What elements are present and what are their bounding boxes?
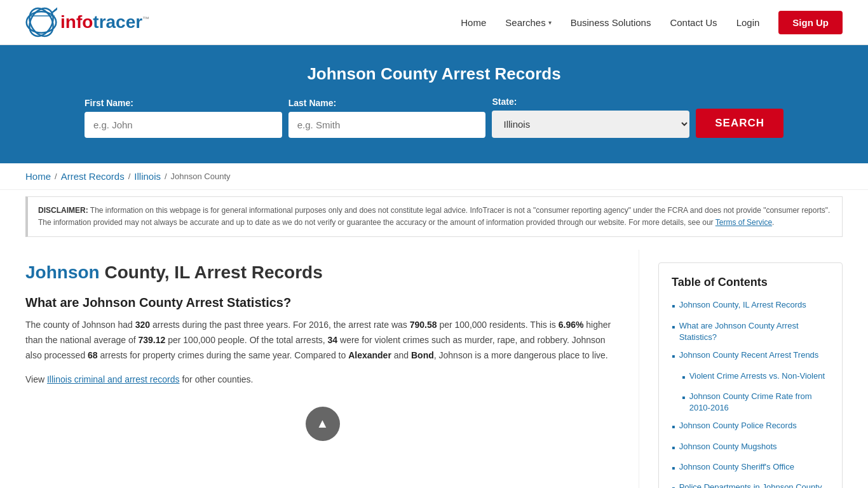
toc-item: ▪Police Departments in Johnson County (672, 482, 829, 488)
stats-text-2: arrests during the past three years. For… (150, 320, 410, 330)
last-name-input[interactable] (288, 112, 486, 138)
toc-link[interactable]: Violent Crime Arrests vs. Non-Violent (689, 370, 825, 382)
article-view-paragraph: View Illinois criminal and arrest record… (25, 372, 620, 388)
breadcrumb-sep-1: / (55, 172, 57, 181)
view-text-1: View (25, 374, 47, 384)
chevron-down-icon: ▾ (548, 19, 552, 26)
first-name-label: First Name: (85, 98, 133, 108)
stats-34: 34 (328, 335, 338, 345)
toc-link[interactable]: Johnson County Recent Arrest Trends (679, 349, 819, 361)
svg-point-0 (27, 11, 57, 32)
article-title: Johnson County, IL Arrest Records (25, 262, 620, 283)
toc-box: Table of Contents ▪Johnson County, IL Ar… (658, 262, 843, 488)
toc-heading: Table of Contents (672, 276, 829, 289)
stats-790: 790.58 (410, 320, 437, 330)
stats-text-8: and (391, 350, 411, 360)
search-form: First Name: Last Name: State: Illinois S… (85, 97, 783, 138)
disclaimer-text: The information on this webpage is for g… (38, 206, 830, 227)
disclaimer-tos-link[interactable]: Terms of Service (715, 218, 772, 227)
breadcrumb-arrest-records[interactable]: Arrest Records (61, 171, 125, 182)
stats-696: 6.96% (559, 320, 584, 330)
stats-bond: Bond (411, 350, 434, 360)
state-label: State: (492, 97, 517, 107)
stats-320: 320 (135, 320, 150, 330)
toc-bullet-icon: ▪ (672, 441, 675, 455)
arrow-up-icon: ▲ (316, 416, 329, 431)
article-title-highlight: Johnson (25, 262, 100, 282)
toc-link[interactable]: Police Departments in Johnson County (679, 482, 822, 488)
last-name-label: Last Name: (288, 98, 336, 108)
breadcrumb-illinois[interactable]: Illinois (134, 171, 161, 182)
toc-link[interactable]: Johnson County Police Records (679, 420, 797, 431)
nav-home[interactable]: Home (461, 17, 486, 28)
toc-bullet-icon: ▪ (682, 370, 686, 384)
logo[interactable]: infotracer™ (25, 6, 149, 38)
nav-signup[interactable]: Sign Up (778, 11, 843, 34)
stats-text-7: arrests for property crimes during the s… (98, 350, 349, 360)
toc-item: ▪Johnson County Police Records (672, 420, 829, 434)
nav-login[interactable]: Login (736, 17, 760, 28)
nav-business-solutions[interactable]: Business Solutions (571, 17, 651, 28)
article: Johnson County, IL Arrest Records What a… (25, 250, 639, 488)
logo-info: info (60, 12, 93, 32)
last-name-group: Last Name: (288, 98, 486, 138)
header: infotracer™ Home Searches ▾ Business Sol… (0, 0, 868, 45)
toc-bullet-icon: ▪ (672, 420, 675, 434)
disclaimer-box: DISCLAIMER: The information on this webp… (25, 196, 843, 237)
illinois-records-link[interactable]: Illinois criminal and arrest records (47, 374, 180, 384)
toc-bullet-icon: ▪ (672, 299, 675, 313)
stats-text-9: , Johnson is a more dangerous place to l… (434, 350, 608, 360)
breadcrumb-johnson-county: Johnson County (171, 172, 231, 181)
toc-item: ▪Johnson County Sheriff's Office (672, 461, 829, 475)
state-select[interactable]: Illinois (492, 111, 689, 138)
toc-item: ▪Violent Crime Arrests vs. Non-Violent (682, 370, 829, 384)
disclaimer-label: DISCLAIMER: (38, 206, 88, 215)
toc-link[interactable]: Johnson County, IL Arrest Records (679, 299, 806, 311)
logo-icon (25, 6, 57, 38)
toc-link[interactable]: What are Johnson County Arrest Statistic… (679, 320, 829, 343)
stats-alexander: Alexander (348, 350, 391, 360)
toc-link[interactable]: Johnson County Mugshots (679, 441, 777, 452)
page-title: Johnson County Arrest Records (25, 64, 843, 84)
stats-739: 739.12 (138, 335, 165, 345)
article-stats-paragraph: The county of Johnson had 320 arrests du… (25, 318, 620, 363)
toc-item: ▪Johnson County, IL Arrest Records (672, 299, 829, 313)
state-group: State: Illinois (492, 97, 689, 138)
article-title-rest: County, IL Arrest Records (100, 262, 323, 282)
toc-bullet-icon: ▪ (672, 482, 675, 488)
toc-item: ▪Johnson County Crime Rate from 2010-201… (682, 391, 829, 414)
first-name-input[interactable] (85, 112, 282, 138)
first-name-group: First Name: (85, 98, 282, 138)
toc-item: ▪Johnson County Mugshots (672, 441, 829, 455)
article-stats-heading: What are Johnson County Arrest Statistic… (25, 295, 620, 310)
svg-line-5 (55, 8, 57, 11)
stats-text-1: The county of Johnson had (25, 320, 135, 330)
main-content: Johnson County, IL Arrest Records What a… (25, 243, 843, 488)
breadcrumb: Home / Arrest Records / Illinois / Johns… (0, 163, 868, 190)
stats-text-3: per 100,000 residents. This is (437, 320, 559, 330)
toc-item: ▪Johnson County Recent Arrest Trends (672, 349, 829, 363)
breadcrumb-sep-2: / (128, 172, 131, 181)
toc-link[interactable]: Johnson County Sheriff's Office (679, 461, 794, 473)
main-nav: Home Searches ▾ Business Solutions Conta… (461, 11, 843, 34)
nav-contact-us[interactable]: Contact Us (670, 17, 717, 28)
logo-tm: ™ (142, 15, 149, 23)
toc-bullet-icon: ▪ (672, 320, 675, 334)
toc-item: ▪What are Johnson County Arrest Statisti… (672, 320, 829, 343)
logo-tracer: tracer (93, 12, 142, 32)
disclaimer-end: . (772, 218, 774, 227)
breadcrumb-sep-3: / (165, 172, 167, 181)
stats-68: 68 (88, 350, 98, 360)
search-button[interactable]: SEARCH (696, 109, 783, 138)
toc-bullet-icon: ▪ (672, 461, 675, 475)
view-text-2: for other counties. (180, 374, 254, 384)
hero-banner: Johnson County Arrest Records First Name… (0, 45, 868, 163)
toc-link[interactable]: Johnson County Crime Rate from 2010-2016 (689, 391, 829, 414)
nav-searches[interactable]: Searches ▾ (505, 17, 551, 28)
scroll-up-button[interactable]: ▲ (306, 407, 340, 441)
sidebar: Table of Contents ▪Johnson County, IL Ar… (639, 250, 843, 488)
nav-searches-link[interactable]: Searches (505, 17, 545, 28)
toc-list: ▪Johnson County, IL Arrest Records▪What … (672, 299, 829, 488)
breadcrumb-home[interactable]: Home (25, 171, 51, 182)
stats-text-5: per 100,000 people. Of the total arrests… (165, 335, 327, 345)
